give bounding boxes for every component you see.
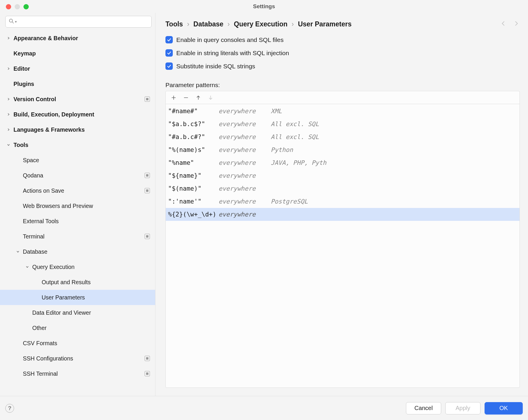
- tree-item-label: Editor: [13, 65, 150, 72]
- pattern-text: "$a.b.c$?": [168, 121, 219, 128]
- move-down-button[interactable]: [205, 92, 216, 103]
- tree-item-label: Actions on Save: [23, 187, 145, 194]
- tree-item[interactable]: User Parameters: [0, 290, 155, 305]
- breadcrumb-segment[interactable]: Database: [193, 20, 223, 28]
- parameter-patterns-panel: "#name#"everywhereXML"$a.b.c$?"everywher…: [165, 91, 520, 388]
- breadcrumb-separator-icon: ›: [292, 20, 294, 28]
- pattern-row[interactable]: "%name"everywhereJAVA, PHP, Pyth: [166, 156, 519, 169]
- pattern-text: ":'name'": [168, 198, 219, 205]
- project-scope-icon: [145, 188, 150, 193]
- project-scope-icon: [145, 173, 150, 178]
- pattern-text: "${name}": [168, 172, 219, 179]
- pattern-row[interactable]: "$(name)"everywhere: [166, 182, 519, 195]
- tree-item[interactable]: Web Browsers and Preview: [4, 198, 153, 214]
- move-up-button[interactable]: [193, 92, 204, 103]
- checkbox[interactable]: [165, 36, 173, 43]
- tree-item[interactable]: Space: [4, 153, 153, 168]
- search-input[interactable]: [17, 18, 148, 25]
- tree-item-label: Web Browsers and Preview: [23, 203, 150, 209]
- tree-item[interactable]: Actions on Save: [4, 183, 153, 198]
- breadcrumb: Tools›Database›Query Execution›User Para…: [165, 20, 352, 28]
- pattern-row[interactable]: "%(name)s"everywherePython: [166, 143, 519, 156]
- window-title: Settings: [253, 3, 275, 10]
- window-close-button[interactable]: [6, 4, 11, 9]
- tree-item[interactable]: Query Execution: [4, 259, 153, 275]
- pattern-scope: everywhere: [219, 133, 271, 140]
- checkbox[interactable]: [165, 62, 173, 70]
- pattern-row[interactable]: %{2}(\w+_\d+)everywhere: [166, 208, 519, 221]
- nav-back-icon[interactable]: [500, 20, 507, 28]
- expander-icon[interactable]: [5, 97, 12, 101]
- tree-item-label: SSH Terminal: [23, 370, 145, 377]
- tree-item[interactable]: Plugins: [4, 76, 153, 92]
- tree-item[interactable]: Keymap: [4, 46, 153, 61]
- help-button[interactable]: ?: [5, 404, 14, 413]
- expander-icon[interactable]: [5, 113, 12, 116]
- remove-pattern-button[interactable]: [180, 92, 192, 103]
- tree-item[interactable]: Terminal: [4, 229, 153, 244]
- add-pattern-button[interactable]: [168, 92, 179, 103]
- tree-item-label: Other: [32, 325, 150, 331]
- expander-icon[interactable]: [5, 143, 12, 147]
- tree-item-label: Keymap: [13, 50, 150, 57]
- cancel-button[interactable]: Cancel: [406, 402, 441, 414]
- breadcrumb-segment[interactable]: User Parameters: [298, 20, 352, 28]
- pattern-lang: JAVA, PHP, Pyth: [271, 159, 517, 166]
- project-scope-icon: [145, 356, 150, 361]
- pattern-row[interactable]: "${name}"everywhere: [166, 169, 519, 182]
- pattern-row[interactable]: "#a.b.c#?"everywhereAll excl. SQL: [166, 131, 519, 143]
- checkbox[interactable]: [165, 49, 173, 57]
- expander-icon[interactable]: [5, 128, 12, 131]
- breadcrumb-segment[interactable]: Query Execution: [234, 20, 287, 28]
- checkbox-label: Substitute inside SQL strings: [176, 63, 255, 70]
- tree-item[interactable]: SSH Configurations: [4, 351, 153, 366]
- apply-button[interactable]: Apply: [445, 402, 480, 414]
- nav-forward-icon[interactable]: [513, 20, 520, 28]
- tree-item[interactable]: External Tools: [4, 214, 153, 229]
- settings-sidebar: ▾ Appearance & BehaviorKeymapEditorPlugi…: [0, 13, 155, 396]
- pattern-text: "%(name)s": [168, 146, 219, 153]
- tree-item[interactable]: Version Control: [4, 92, 153, 107]
- pattern-row[interactable]: "$a.b.c$?"everywhereAll excl. SQL: [166, 118, 519, 131]
- pattern-row[interactable]: ":'name'"everywherePostgreSQL: [166, 195, 519, 208]
- pattern-scope: everywhere: [219, 172, 271, 179]
- breadcrumb-separator-icon: ›: [187, 20, 189, 28]
- tree-item[interactable]: SSH Terminal: [4, 366, 153, 381]
- tree-item[interactable]: Other: [4, 320, 153, 336]
- window-zoom-button[interactable]: [23, 4, 29, 9]
- expander-icon[interactable]: [5, 36, 12, 40]
- tree-item-label: CSV Formats: [23, 340, 150, 347]
- tree-item[interactable]: Data Editor and Viewer: [4, 305, 153, 320]
- expander-icon[interactable]: [24, 265, 31, 269]
- tree-item-label: Output and Results: [42, 279, 150, 286]
- tree-item[interactable]: Languages & Frameworks: [4, 122, 153, 137]
- tree-item-label: Terminal: [23, 233, 145, 240]
- tree-item[interactable]: Build, Execution, Deployment: [4, 107, 153, 122]
- tree-item-label: Appearance & Behavior: [13, 35, 150, 42]
- tree-item-label: Qodana: [23, 172, 145, 179]
- pattern-lang: PostgreSQL: [271, 198, 517, 205]
- tree-item[interactable]: Output and Results: [4, 275, 153, 290]
- pattern-scope: everywhere: [219, 198, 271, 205]
- tree-item-label: Plugins: [13, 81, 150, 87]
- expander-icon[interactable]: [15, 250, 21, 253]
- window-minimize-button[interactable]: [15, 4, 20, 9]
- pattern-scope: everywhere: [219, 108, 271, 115]
- breadcrumb-segment[interactable]: Tools: [165, 20, 183, 28]
- tree-item[interactable]: Tools: [4, 137, 153, 153]
- tree-item[interactable]: Database: [4, 244, 153, 259]
- expander-icon[interactable]: [5, 67, 12, 70]
- parameter-patterns-label: Parameter patterns:: [165, 82, 520, 89]
- search-field-container[interactable]: ▾: [5, 16, 152, 28]
- pattern-lang: XML: [271, 108, 517, 115]
- pattern-row[interactable]: "#name#"everywhereXML: [166, 105, 519, 118]
- tree-item[interactable]: Appearance & Behavior: [4, 31, 153, 46]
- tree-item[interactable]: Qodana: [4, 168, 153, 183]
- tree-item[interactable]: CSV Formats: [4, 336, 153, 351]
- pattern-lang: All excl. SQL: [271, 121, 517, 128]
- tree-item[interactable]: Editor: [4, 61, 153, 76]
- ok-button[interactable]: OK: [485, 402, 523, 414]
- titlebar: Settings: [0, 0, 528, 13]
- pattern-scope: everywhere: [219, 185, 271, 192]
- pattern-text: "$(name)": [168, 185, 219, 192]
